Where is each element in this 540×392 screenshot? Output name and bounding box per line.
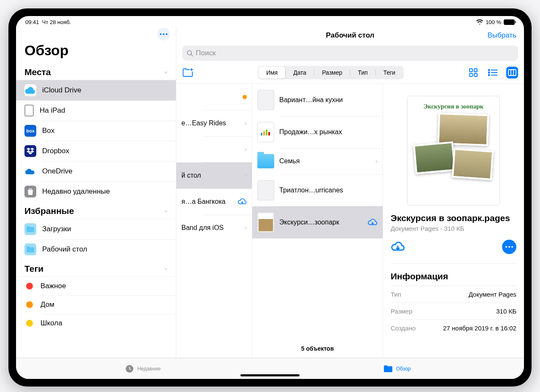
wifi-icon [476, 19, 483, 24]
sidebar-fav-desktop[interactable]: Рабочий стол [16, 239, 176, 260]
more-actions-button[interactable] [502, 240, 516, 254]
document-icon [257, 212, 274, 232]
sidebar-item-label: Недавно удаленные [42, 187, 110, 196]
section-favorites-header[interactable]: Избранные› [16, 202, 176, 219]
new-folder-button[interactable] [182, 68, 194, 77]
info-row: ТипДокумент Pages [391, 286, 516, 303]
sidebar-item-dropbox[interactable]: Dropbox [16, 141, 176, 161]
sidebar-item-label: Рабочий стол [42, 245, 87, 254]
sidebar-item-onedrive[interactable]: OneDrive [16, 161, 176, 181]
onedrive-icon [24, 165, 36, 177]
home-indicator[interactable] [240, 374, 300, 376]
svg-rect-21 [266, 130, 267, 135]
sort-type[interactable]: Тип [350, 67, 375, 78]
sidebar-item-label: Школа [40, 319, 62, 327]
info-row: Создано27 ноября 2019 г. в 16:02 [391, 319, 516, 336]
svg-rect-8 [470, 73, 472, 76]
status-bar: 09:41 Чт 28 нояб. 100 % [16, 16, 524, 26]
list-item[interactable]: Семья› [252, 148, 383, 174]
tab-browse[interactable]: Обзор [270, 358, 524, 379]
sort-tags[interactable]: Теги [376, 67, 403, 78]
sidebar-fav-downloads[interactable]: Загрузки [16, 219, 176, 239]
chevron-right-icon: › [375, 157, 378, 165]
search-placeholder: Поиск [196, 49, 216, 57]
search-input[interactable]: Поиск [182, 46, 518, 61]
sidebar-item-trash[interactable]: Недавно удаленные [16, 181, 176, 202]
sidebar-item-icloud[interactable]: iCloud Drive [16, 80, 176, 100]
sidebar-item-label: OneDrive [42, 167, 73, 176]
chevron-down-icon: › [163, 268, 170, 270]
sidebar-item-label: На iPad [40, 106, 65, 115]
sidebar: Обзор Места› iCloud Drive На iPad box Bo… [16, 26, 176, 358]
item-count: 5 объектов [252, 339, 383, 358]
view-columns-icon[interactable] [506, 67, 518, 78]
svg-point-24 [508, 246, 510, 248]
info-row: Размер310 КБ [391, 303, 516, 319]
tag-dot-icon [24, 281, 35, 291]
sidebar-tag-home[interactable]: Дом [16, 295, 176, 314]
sort-size[interactable]: Размер [314, 67, 350, 78]
tag-dot-icon [24, 300, 35, 310]
tag-dot-icon [243, 95, 247, 99]
list-item[interactable]: й стол› [176, 162, 252, 189]
sidebar-tag-important[interactable]: Важное [16, 277, 176, 295]
svg-point-1 [163, 33, 165, 35]
folder-icon [24, 223, 36, 235]
sidebar-item-label: iCloud Drive [42, 86, 81, 95]
list-item[interactable]: Триатлон…urricanes [252, 174, 383, 206]
main-pane: Рабочий стол Выбрать Поиск Имя Дата Разм… [176, 26, 524, 358]
svg-point-0 [160, 33, 162, 35]
sidebar-tag-school[interactable]: Школа [16, 314, 176, 333]
list-item[interactable]: › [176, 136, 252, 162]
sort-date[interactable]: Дата [286, 67, 314, 78]
folder-icon [383, 365, 393, 373]
search-icon [186, 50, 193, 57]
svg-line-4 [191, 54, 193, 56]
ipad-icon [24, 105, 34, 116]
list-item[interactable]: я…а Бангкока [176, 189, 252, 215]
tab-recent[interactable]: Недавние [16, 358, 270, 379]
preview-photo [413, 141, 456, 174]
svg-rect-22 [268, 132, 270, 135]
battery-icon [504, 19, 515, 25]
section-tags-header[interactable]: Теги› [16, 260, 176, 276]
svg-rect-9 [474, 73, 477, 76]
chevron-right-icon: › [245, 146, 247, 153]
sidebar-more-button[interactable] [157, 28, 170, 41]
list-item[interactable]: Продажи…х рынках [252, 116, 383, 148]
list-item[interactable] [176, 84, 252, 110]
svg-rect-19 [261, 133, 262, 135]
sidebar-item-label: Важное [40, 282, 66, 290]
sidebar-title: Обзор [16, 41, 176, 63]
status-time: 09:41 [25, 19, 39, 25]
chevron-down-icon: › [163, 71, 170, 73]
folder-icon [257, 154, 274, 168]
download-button[interactable] [391, 241, 405, 253]
file-preview: Экскурсия в зоопарк [407, 96, 500, 205]
info-heading: Информация [391, 264, 516, 286]
list-item[interactable]: Band для iOS› [176, 215, 252, 241]
clock-icon [125, 365, 134, 373]
svg-point-23 [505, 246, 507, 248]
list-item[interactable]: e…Easy Rides› [176, 110, 252, 136]
sidebar-item-label: Загрузки [42, 225, 71, 233]
svg-point-14 [489, 75, 490, 76]
file-name: Экскурсия в зоопарк.pages [391, 213, 516, 223]
sidebar-item-ipad[interactable]: На iPad [16, 100, 176, 121]
list-item[interactable]: Экскурси…зоопарк [252, 206, 383, 238]
svg-point-10 [489, 70, 490, 71]
trash-icon [24, 186, 36, 197]
sort-name[interactable]: Имя [259, 67, 285, 78]
list-item[interactable]: Вариант…йна кухни [252, 84, 383, 116]
section-places-header[interactable]: Места› [16, 63, 176, 80]
view-list-icon[interactable] [487, 67, 499, 78]
cloud-download-icon [367, 218, 378, 227]
column-2: Вариант…йна кухни Продажи…х рынках Семья… [252, 84, 383, 358]
preview-photo [437, 113, 489, 146]
chevron-right-icon: › [245, 119, 247, 127]
view-grid-icon[interactable] [467, 67, 479, 78]
document-icon [257, 180, 274, 200]
sidebar-item-box[interactable]: box Box [16, 121, 176, 141]
select-button[interactable]: Выбрать [488, 31, 516, 40]
sidebar-item-label: Дом [40, 300, 54, 309]
